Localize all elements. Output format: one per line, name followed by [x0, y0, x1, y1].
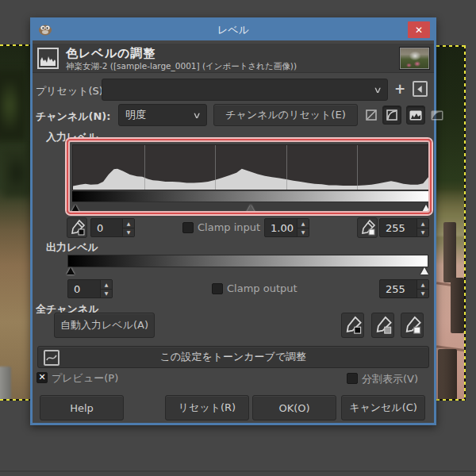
dialog-header: 色レベルの調整 神楽女湖-2 ([sample-large_0001] (インポ…	[33, 44, 434, 73]
close-icon: ✕	[415, 25, 423, 36]
output-high-spinner[interactable]: ▲▼	[416, 280, 428, 298]
dialog-title: レベル	[33, 23, 434, 37]
plus-icon: +	[394, 81, 405, 97]
histogram-shape	[73, 169, 428, 190]
histogram-linear-icon	[409, 110, 422, 121]
output-white-slider[interactable]	[420, 267, 428, 274]
screen: レベル ✕ 色レベルの調整 神楽女湖-2 ([sample-large_0001…	[0, 0, 476, 476]
input-gamma-field[interactable]: 1.00 ▲▼	[264, 218, 309, 237]
preview-label: プレビュー(P)	[52, 371, 118, 386]
gamma-slider[interactable]	[246, 205, 255, 213]
channel-value: 明度	[125, 108, 146, 122]
edit-as-curves-label: この設定をトーンカーブで調整	[160, 350, 306, 364]
linear-curve-toggle[interactable]	[363, 107, 379, 123]
preview-checkbox[interactable]: ✕	[36, 372, 48, 383]
image-name-subtitle: 神楽女湖-2 ([sample-large_0001] (インポートされた画像)…	[66, 61, 297, 72]
histogram-log-icon	[431, 110, 443, 121]
histogram-log-toggle[interactable]	[429, 107, 445, 123]
dialog-titlebar[interactable]: レベル ✕	[33, 20, 434, 40]
tone-curve-icon	[44, 350, 60, 366]
white-eyedropper-icon	[401, 313, 423, 337]
input-levels-group	[65, 137, 433, 216]
output-slider-track[interactable]	[67, 267, 428, 277]
input-gradient-bar	[72, 191, 429, 202]
input-high-value: 255	[380, 222, 416, 234]
clamp-input-checkbox[interactable]	[182, 222, 194, 233]
input-gamma-value: 1.00	[265, 222, 297, 234]
add-preset-button[interactable]: +	[392, 80, 408, 98]
page-title: 色レベルの調整	[66, 46, 155, 61]
canvas-photo-right	[436, 46, 466, 400]
histogram-linear-toggle[interactable]	[406, 106, 425, 125]
output-high-field[interactable]: 255 ▲▼	[379, 279, 429, 298]
input-high-spinner[interactable]: ▲▼	[416, 219, 428, 236]
black-eyedropper-icon	[67, 218, 86, 237]
help-button[interactable]: Help	[40, 395, 124, 420]
pick-white-point-button[interactable]	[357, 217, 378, 238]
canvas-edge-line	[0, 470, 476, 472]
dialog-content: 色レベルの調整 神楽女湖-2 ([sample-large_0001] (インポ…	[33, 40, 434, 423]
input-gamma-spinner[interactable]: ▲▼	[297, 219, 309, 236]
clamp-input-label: Clamp input	[198, 221, 260, 233]
input-low-field[interactable]: 0 ▲▼	[90, 218, 135, 237]
linear-icon	[366, 109, 377, 121]
curve-icon	[386, 109, 397, 121]
channel-combobox[interactable]: 明度 ∨	[118, 104, 207, 126]
black-eyedropper-icon	[342, 313, 363, 337]
canvas-photo-left	[0, 46, 30, 400]
layer-boundary-bottom-left	[0, 399, 30, 401]
photo-post	[0, 367, 11, 400]
gray-eyedropper-icon	[372, 313, 393, 337]
perceptual-curve-toggle[interactable]	[382, 106, 401, 125]
close-button[interactable]: ✕	[408, 21, 430, 38]
clamp-output-checkbox[interactable]	[212, 283, 223, 294]
input-low-value: 0	[91, 222, 122, 234]
menu-left-arrow-icon	[416, 85, 424, 94]
chevron-down-icon: ∨	[373, 85, 382, 95]
pick-black-point-button[interactable]	[67, 217, 87, 238]
all-pick-black-button[interactable]	[341, 313, 364, 338]
layer-boundary-top-left	[0, 44, 30, 46]
layer-boundary-top-right	[436, 45, 466, 47]
reset-button[interactable]: リセット(R)	[165, 395, 249, 420]
output-levels-label: 出力レベル	[46, 240, 98, 255]
all-pick-white-button[interactable]	[401, 313, 424, 338]
layer-boundary-bottom-right	[436, 399, 466, 401]
all-pick-gray-button[interactable]	[371, 313, 394, 338]
edit-as-curves-button[interactable]: この設定をトーンカーブで調整	[37, 346, 429, 368]
preset-menu-button[interactable]	[413, 81, 428, 97]
output-low-spinner[interactable]: ▲▼	[100, 280, 112, 298]
white-point-slider[interactable]	[421, 205, 430, 213]
clamp-output-label: Clamp output	[227, 282, 298, 294]
ok-button[interactable]: OK(O)	[252, 395, 336, 420]
chevron-down-icon: ∨	[192, 110, 201, 121]
output-low-value: 0	[68, 283, 100, 295]
levels-histogram-icon	[37, 48, 59, 69]
output-gradient-bar	[67, 255, 428, 267]
histogram-plot	[72, 144, 429, 190]
input-high-field[interactable]: 255 ▲▼	[379, 218, 429, 237]
input-slider-track[interactable]	[72, 202, 429, 213]
output-high-value: 255	[380, 283, 416, 295]
check-icon: ✕	[38, 372, 45, 382]
levels-dialog: レベル ✕ 色レベルの調整 神楽女湖-2 ([sample-large_0001…	[30, 17, 436, 425]
input-low-spinner[interactable]: ▲▼	[122, 219, 134, 236]
output-low-field[interactable]: 0 ▲▼	[67, 279, 113, 298]
split-view-label: 分割表示(V)	[362, 372, 418, 386]
preset-label: プリセット(S):	[36, 84, 106, 98]
split-view-checkbox[interactable]	[347, 373, 358, 384]
cancel-button[interactable]: キャンセル(C)	[341, 395, 425, 420]
white-eyedropper-icon	[358, 218, 377, 237]
black-point-slider[interactable]	[71, 205, 80, 213]
channel-label: チャンネル(N):	[36, 109, 111, 124]
auto-input-levels-button[interactable]: 自動入力レベル(A)	[54, 313, 155, 338]
preset-combobox[interactable]: ∨	[102, 79, 388, 101]
channel-reset-button[interactable]: チャンネルのリセット(E)	[213, 104, 358, 126]
image-thumbnail	[400, 48, 429, 69]
output-black-slider[interactable]	[67, 267, 75, 274]
layer-boundary-right	[464, 45, 466, 401]
